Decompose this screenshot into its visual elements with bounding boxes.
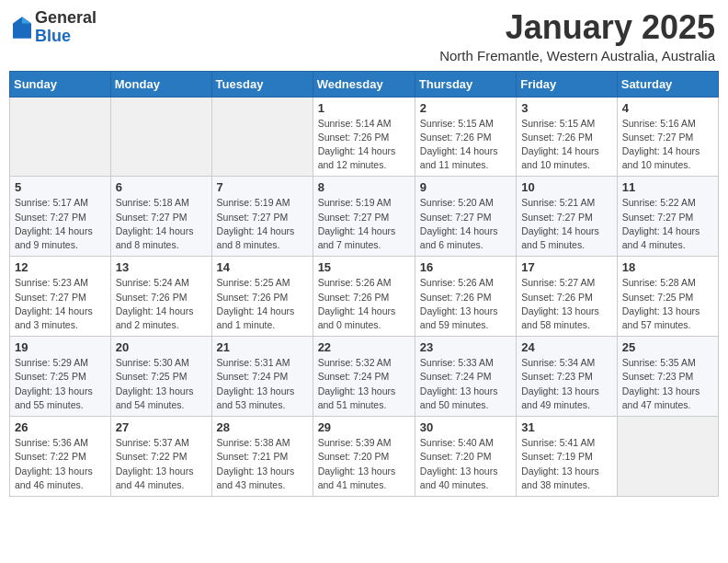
- day-number: 11: [622, 180, 713, 194]
- header-sunday: Sunday: [10, 71, 111, 97]
- location-subtitle: North Fremantle, Western Australia, Aust…: [439, 48, 715, 63]
- day-info: Sunrise: 5:30 AM Sunset: 7:25 PM Dayligh…: [116, 356, 207, 412]
- calendar-cell: [110, 97, 211, 177]
- day-info: Sunrise: 5:37 AM Sunset: 7:22 PM Dayligh…: [116, 436, 207, 492]
- day-number: 18: [622, 260, 713, 274]
- day-number: 4: [622, 101, 713, 115]
- calendar-cell: 3Sunrise: 5:15 AM Sunset: 7:26 PM Daylig…: [517, 97, 618, 177]
- calendar-cell: 18Sunrise: 5:28 AM Sunset: 7:25 PM Dayli…: [617, 257, 718, 337]
- day-info: Sunrise: 5:19 AM Sunset: 7:27 PM Dayligh…: [217, 196, 308, 252]
- day-number: 19: [15, 340, 106, 354]
- calendar-cell: 15Sunrise: 5:26 AM Sunset: 7:26 PM Dayli…: [313, 257, 415, 337]
- calendar-cell: 2Sunrise: 5:15 AM Sunset: 7:26 PM Daylig…: [415, 97, 516, 177]
- day-number: 25: [622, 340, 713, 354]
- calendar-cell: 22Sunrise: 5:32 AM Sunset: 7:24 PM Dayli…: [313, 337, 415, 417]
- day-info: Sunrise: 5:18 AM Sunset: 7:27 PM Dayligh…: [116, 196, 207, 252]
- calendar-cell: 5Sunrise: 5:17 AM Sunset: 7:27 PM Daylig…: [10, 177, 111, 257]
- day-number: 7: [217, 180, 308, 194]
- calendar-cell: 11Sunrise: 5:22 AM Sunset: 7:27 PM Dayli…: [617, 177, 718, 257]
- header-tuesday: Tuesday: [211, 71, 313, 97]
- day-info: Sunrise: 5:27 AM Sunset: 7:26 PM Dayligh…: [521, 276, 612, 332]
- header-friday: Friday: [517, 71, 618, 97]
- day-info: Sunrise: 5:39 AM Sunset: 7:20 PM Dayligh…: [318, 436, 410, 492]
- calendar-cell: [10, 97, 111, 177]
- day-number: 26: [15, 420, 106, 434]
- logo: General Blue: [13, 9, 97, 46]
- calendar-cell: 25Sunrise: 5:35 AM Sunset: 7:23 PM Dayli…: [617, 337, 718, 417]
- day-info: Sunrise: 5:34 AM Sunset: 7:23 PM Dayligh…: [521, 356, 612, 412]
- day-number: 27: [116, 420, 207, 434]
- day-number: 3: [521, 101, 612, 115]
- day-info: Sunrise: 5:24 AM Sunset: 7:26 PM Dayligh…: [116, 276, 207, 332]
- calendar-cell: 13Sunrise: 5:24 AM Sunset: 7:26 PM Dayli…: [110, 257, 211, 337]
- day-info: Sunrise: 5:17 AM Sunset: 7:27 PM Dayligh…: [15, 196, 106, 252]
- logo-blue: Blue: [35, 27, 71, 45]
- day-number: 28: [217, 420, 308, 434]
- day-number: 13: [116, 260, 207, 274]
- calendar-cell: [211, 97, 313, 177]
- logo-icon: [13, 17, 31, 39]
- day-number: 17: [521, 260, 612, 274]
- calendar-cell: 8Sunrise: 5:19 AM Sunset: 7:27 PM Daylig…: [313, 177, 415, 257]
- page-header: General Blue January 2025 North Fremantl…: [9, 9, 719, 63]
- month-title: January 2025: [439, 9, 715, 46]
- day-number: 21: [217, 340, 308, 354]
- calendar-cell: 30Sunrise: 5:40 AM Sunset: 7:20 PM Dayli…: [415, 417, 516, 497]
- day-info: Sunrise: 5:35 AM Sunset: 7:23 PM Dayligh…: [622, 356, 713, 412]
- calendar-cell: 21Sunrise: 5:31 AM Sunset: 7:24 PM Dayli…: [211, 337, 313, 417]
- header-thursday: Thursday: [415, 71, 516, 97]
- day-number: 5: [15, 180, 106, 194]
- day-info: Sunrise: 5:38 AM Sunset: 7:21 PM Dayligh…: [217, 436, 308, 492]
- calendar-cell: 14Sunrise: 5:25 AM Sunset: 7:26 PM Dayli…: [211, 257, 313, 337]
- header-monday: Monday: [110, 71, 211, 97]
- day-info: Sunrise: 5:25 AM Sunset: 7:26 PM Dayligh…: [217, 276, 308, 332]
- day-info: Sunrise: 5:26 AM Sunset: 7:26 PM Dayligh…: [420, 276, 511, 332]
- day-info: Sunrise: 5:33 AM Sunset: 7:24 PM Dayligh…: [420, 356, 511, 412]
- day-info: Sunrise: 5:14 AM Sunset: 7:26 PM Dayligh…: [318, 117, 410, 173]
- day-info: Sunrise: 5:36 AM Sunset: 7:22 PM Dayligh…: [15, 436, 106, 492]
- day-number: 30: [420, 420, 511, 434]
- calendar-cell: 9Sunrise: 5:20 AM Sunset: 7:27 PM Daylig…: [415, 177, 516, 257]
- day-number: 14: [217, 260, 308, 274]
- day-info: Sunrise: 5:20 AM Sunset: 7:27 PM Dayligh…: [420, 196, 511, 252]
- day-info: Sunrise: 5:29 AM Sunset: 7:25 PM Dayligh…: [15, 356, 106, 412]
- day-info: Sunrise: 5:19 AM Sunset: 7:27 PM Dayligh…: [318, 196, 410, 252]
- day-info: Sunrise: 5:31 AM Sunset: 7:24 PM Dayligh…: [217, 356, 308, 412]
- calendar-cell: 4Sunrise: 5:16 AM Sunset: 7:27 PM Daylig…: [617, 97, 718, 177]
- calendar-week-1: 1Sunrise: 5:14 AM Sunset: 7:26 PM Daylig…: [10, 97, 719, 177]
- calendar-week-5: 26Sunrise: 5:36 AM Sunset: 7:22 PM Dayli…: [10, 417, 719, 497]
- calendar-week-3: 12Sunrise: 5:23 AM Sunset: 7:27 PM Dayli…: [10, 257, 719, 337]
- calendar-cell: [617, 417, 718, 497]
- calendar-cell: 12Sunrise: 5:23 AM Sunset: 7:27 PM Dayli…: [10, 257, 111, 337]
- calendar-cell: 26Sunrise: 5:36 AM Sunset: 7:22 PM Dayli…: [10, 417, 111, 497]
- calendar-cell: 16Sunrise: 5:26 AM Sunset: 7:26 PM Dayli…: [415, 257, 516, 337]
- calendar-cell: 24Sunrise: 5:34 AM Sunset: 7:23 PM Dayli…: [517, 337, 618, 417]
- day-info: Sunrise: 5:15 AM Sunset: 7:26 PM Dayligh…: [420, 117, 511, 173]
- logo-general: General: [35, 8, 97, 27]
- logo-text: General Blue: [35, 9, 97, 46]
- day-number: 1: [318, 101, 410, 115]
- day-number: 12: [15, 260, 106, 274]
- day-number: 24: [521, 340, 612, 354]
- title-block: January 2025 North Fremantle, Western Au…: [439, 9, 715, 63]
- day-number: 31: [521, 420, 612, 434]
- calendar-cell: 7Sunrise: 5:19 AM Sunset: 7:27 PM Daylig…: [211, 177, 313, 257]
- day-number: 23: [420, 340, 511, 354]
- calendar-cell: 23Sunrise: 5:33 AM Sunset: 7:24 PM Dayli…: [415, 337, 516, 417]
- day-number: 29: [318, 420, 410, 434]
- calendar-cell: 20Sunrise: 5:30 AM Sunset: 7:25 PM Dayli…: [110, 337, 211, 417]
- calendar-cell: 6Sunrise: 5:18 AM Sunset: 7:27 PM Daylig…: [110, 177, 211, 257]
- day-number: 15: [318, 260, 410, 274]
- calendar-cell: 29Sunrise: 5:39 AM Sunset: 7:20 PM Dayli…: [313, 417, 415, 497]
- day-info: Sunrise: 5:41 AM Sunset: 7:19 PM Dayligh…: [521, 436, 612, 492]
- day-number: 16: [420, 260, 511, 274]
- day-info: Sunrise: 5:40 AM Sunset: 7:20 PM Dayligh…: [420, 436, 511, 492]
- weekday-header-row: Sunday Monday Tuesday Wednesday Thursday…: [10, 71, 719, 97]
- day-info: Sunrise: 5:22 AM Sunset: 7:27 PM Dayligh…: [622, 196, 713, 252]
- day-info: Sunrise: 5:32 AM Sunset: 7:24 PM Dayligh…: [318, 356, 410, 412]
- day-number: 6: [116, 180, 207, 194]
- calendar-cell: 27Sunrise: 5:37 AM Sunset: 7:22 PM Dayli…: [110, 417, 211, 497]
- day-number: 10: [521, 180, 612, 194]
- day-number: 9: [420, 180, 511, 194]
- calendar-cell: 31Sunrise: 5:41 AM Sunset: 7:19 PM Dayli…: [517, 417, 618, 497]
